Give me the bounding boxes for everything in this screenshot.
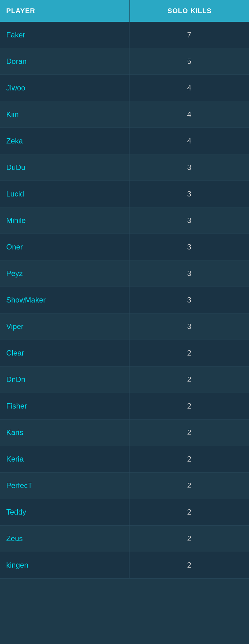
cell-player-name: Zeka [0, 128, 129, 154]
cell-player-name: Teddy [0, 499, 129, 525]
cell-solo-kills: 3 [129, 260, 249, 287]
table-row: Lucid3 [0, 181, 249, 207]
cell-player-name: Oner [0, 234, 129, 260]
cell-solo-kills: 2 [129, 340, 249, 366]
cell-solo-kills: 2 [129, 366, 249, 393]
cell-solo-kills: 2 [129, 446, 249, 472]
cell-solo-kills: 2 [129, 472, 249, 499]
cell-solo-kills: 3 [129, 234, 249, 260]
cell-solo-kills: 3 [129, 287, 249, 313]
cell-solo-kills: 3 [129, 313, 249, 340]
table-row: Fisher2 [0, 393, 249, 419]
cell-solo-kills: 2 [129, 552, 249, 578]
cell-player-name: DuDu [0, 154, 129, 181]
cell-player-name: Keria [0, 446, 129, 472]
cell-player-name: DnDn [0, 366, 129, 393]
table-row: Zeus2 [0, 525, 249, 552]
cell-solo-kills: 3 [129, 181, 249, 207]
table-row: Doran5 [0, 48, 249, 75]
cell-player-name: ShowMaker [0, 287, 129, 313]
cell-solo-kills: 2 [129, 393, 249, 419]
cell-player-name: Kiin [0, 101, 129, 128]
cell-solo-kills: 2 [129, 419, 249, 446]
cell-player-name: kingen [0, 552, 129, 578]
table-row: kingen2 [0, 552, 249, 579]
table-row: Viper3 [0, 313, 249, 340]
cell-solo-kills: 7 [129, 22, 249, 48]
cell-player-name: Lucid [0, 181, 129, 207]
table-row: Mihile3 [0, 207, 249, 234]
stats-table: PLAYER SOLO KILLS Faker7Doran5Jiwoo4Kiin… [0, 0, 249, 579]
table-row: Kiin4 [0, 101, 249, 128]
table-row: Keria2 [0, 446, 249, 472]
table-row: Peyz3 [0, 260, 249, 287]
table-row: Faker7 [0, 22, 249, 48]
cell-solo-kills: 3 [129, 207, 249, 234]
table-row: PerfecT2 [0, 472, 249, 499]
table-header: PLAYER SOLO KILLS [0, 0, 249, 22]
cell-solo-kills: 4 [129, 75, 249, 101]
table-row: Oner3 [0, 234, 249, 260]
cell-solo-kills: 5 [129, 48, 249, 75]
table-row: Jiwoo4 [0, 75, 249, 101]
table-row: ShowMaker3 [0, 287, 249, 313]
table-body: Faker7Doran5Jiwoo4Kiin4Zeka4DuDu3Lucid3M… [0, 22, 249, 579]
cell-solo-kills: 2 [129, 525, 249, 552]
cell-player-name: Mihile [0, 207, 129, 234]
cell-solo-kills: 2 [129, 499, 249, 525]
cell-player-name: PerfecT [0, 472, 129, 499]
table-row: Zeka4 [0, 128, 249, 154]
cell-player-name: Doran [0, 48, 129, 75]
cell-player-name: Clear [0, 340, 129, 366]
table-row: Karis2 [0, 419, 249, 446]
header-player: PLAYER [0, 0, 129, 22]
cell-solo-kills: 3 [129, 154, 249, 181]
cell-player-name: Viper [0, 313, 129, 340]
table-row: DnDn2 [0, 366, 249, 393]
table-row: Clear2 [0, 340, 249, 366]
cell-player-name: Fisher [0, 393, 129, 419]
header-solo-kills: SOLO KILLS [129, 0, 249, 22]
cell-player-name: Karis [0, 419, 129, 446]
cell-player-name: Faker [0, 22, 129, 48]
cell-player-name: Jiwoo [0, 75, 129, 101]
table-row: Teddy2 [0, 499, 249, 525]
cell-solo-kills: 4 [129, 101, 249, 128]
table-row: DuDu3 [0, 154, 249, 181]
cell-solo-kills: 4 [129, 128, 249, 154]
cell-player-name: Peyz [0, 260, 129, 287]
cell-player-name: Zeus [0, 525, 129, 552]
